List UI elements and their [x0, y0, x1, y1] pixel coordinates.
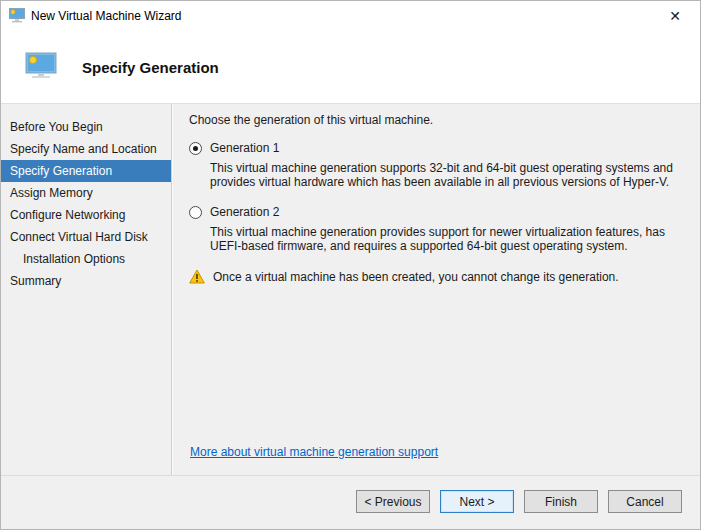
generation-2-label: Generation 2 [210, 205, 279, 219]
sidebar-item-specify-generation[interactable]: Specify Generation [1, 160, 171, 182]
next-button[interactable]: Next > [440, 490, 514, 513]
window-title: New Virtual Machine Wizard [31, 9, 182, 23]
generation-2-description: This virtual machine generation provides… [210, 225, 684, 253]
warning-triangle-icon [189, 269, 205, 287]
previous-button[interactable]: < Previous [356, 490, 430, 513]
generation-1-radio[interactable] [189, 142, 202, 155]
close-icon[interactable]: ✕ [660, 3, 690, 29]
vm-monitor-icon [25, 52, 57, 82]
sidebar-item-configure-networking[interactable]: Configure Networking [1, 204, 171, 226]
sidebar-item-assign-memory[interactable]: Assign Memory [1, 182, 171, 204]
sidebar-item-before-you-begin[interactable]: Before You Begin [1, 116, 171, 138]
link-row: More about virtual machine generation su… [190, 445, 438, 459]
title-bar: New Virtual Machine Wizard ✕ [1, 1, 700, 31]
sidebar-item-connect-virtual-hard-disk[interactable]: Connect Virtual Hard Disk [1, 226, 171, 248]
vm-monitor-icon [9, 7, 25, 26]
sidebar-item-installation-options[interactable]: Installation Options [1, 248, 171, 270]
generation-2-option[interactable]: Generation 2 [189, 205, 684, 219]
generation-1-label: Generation 1 [210, 141, 279, 155]
wizard-steps-sidebar: Before You Begin Specify Name and Locati… [1, 104, 171, 475]
page-content: Choose the generation of this virtual ma… [173, 104, 700, 475]
sidebar-item-specify-name-and-location[interactable]: Specify Name and Location [1, 138, 171, 160]
page-title: Specify Generation [82, 59, 219, 76]
warning-text: Once a virtual machine has been created,… [213, 270, 619, 284]
generation-1-description: This virtual machine generation supports… [210, 161, 684, 189]
generation-1-option[interactable]: Generation 1 [189, 141, 684, 155]
wizard-header: Specify Generation [1, 31, 700, 104]
intro-text: Choose the generation of this virtual ma… [189, 113, 684, 127]
wizard-window: New Virtual Machine Wizard ✕ Specify Gen… [0, 0, 701, 530]
wizard-body: Before You Begin Specify Name and Locati… [1, 104, 700, 475]
warning-row: Once a virtual machine has been created,… [189, 270, 684, 287]
more-about-generation-link[interactable]: More about virtual machine generation su… [190, 445, 438, 459]
sidebar-item-summary[interactable]: Summary [1, 270, 171, 292]
footer-button-bar: < Previous Next > Finish Cancel [1, 475, 700, 529]
cancel-button[interactable]: Cancel [608, 490, 682, 513]
finish-button[interactable]: Finish [524, 490, 598, 513]
generation-2-radio[interactable] [189, 206, 202, 219]
